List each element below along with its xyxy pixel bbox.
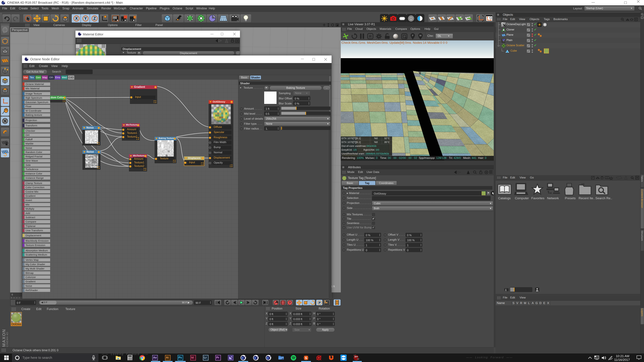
svg-text:Z: Z — [94, 16, 96, 21]
svg-text:F: F — [412, 34, 414, 37]
svg-text:S: S — [4, 119, 6, 123]
svg-text:P: P — [319, 301, 321, 305]
svg-text:R: R — [369, 34, 372, 38]
svg-text:?: ? — [289, 301, 291, 305]
svg-text:Y: Y — [84, 16, 87, 21]
svg-text:64: 64 — [357, 358, 359, 360]
svg-text:X: X — [75, 16, 78, 21]
svg-text:S: S — [305, 356, 307, 360]
svg-text:M: M — [420, 34, 422, 37]
